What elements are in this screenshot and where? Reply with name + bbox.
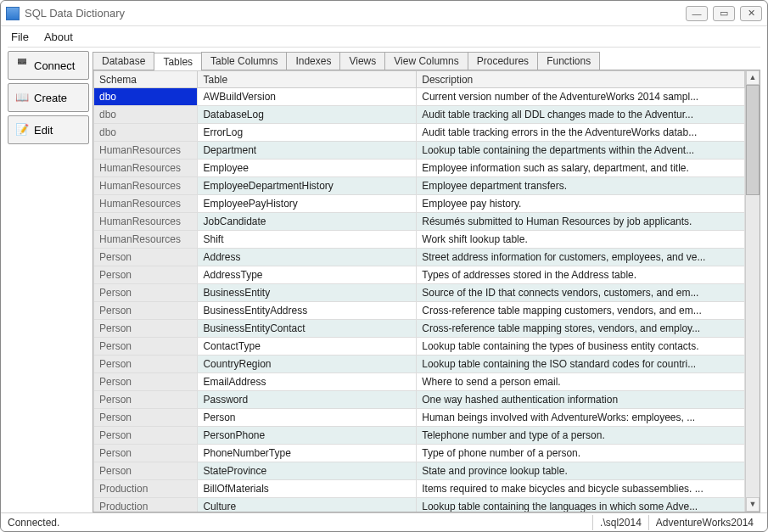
- cell-schema: dbo: [94, 106, 198, 124]
- edit-button[interactable]: Edit: [8, 115, 89, 144]
- scroll-thumb[interactable]: [746, 85, 760, 195]
- vertical-scrollbar[interactable]: ▲ ▼: [745, 70, 760, 512]
- cell-schema: HumanResources: [94, 195, 198, 213]
- tab-views[interactable]: Views: [339, 52, 385, 70]
- table-row[interactable]: PersonAddressStreet address information …: [94, 249, 745, 266]
- table-row[interactable]: dboAWBuildVersionCurrent version number …: [94, 88, 745, 106]
- cell-table: BusinessEntityContact: [198, 320, 417, 338]
- header-description[interactable]: Description: [417, 71, 745, 88]
- sidebar: Connect Create Edit: [8, 51, 92, 512]
- cell-schema: Person: [94, 409, 198, 427]
- database-icon: [15, 59, 29, 72]
- cell-schema: Person: [94, 391, 198, 409]
- tab-view-columns[interactable]: View Columns: [384, 52, 468, 70]
- scroll-down-arrow[interactable]: ▼: [746, 497, 760, 512]
- table-row[interactable]: PersonPasswordOne way hashed authenticat…: [94, 391, 745, 409]
- menu-file[interactable]: File: [11, 31, 29, 43]
- table-row[interactable]: HumanResourcesJobCandidateRésumés submit…: [94, 213, 745, 231]
- scroll-track[interactable]: [746, 85, 760, 497]
- tab-procedures[interactable]: Procedures: [468, 52, 538, 70]
- menu-about[interactable]: About: [44, 31, 73, 43]
- cell-description: Audit table tracking all DDL changes mad…: [417, 106, 745, 124]
- cell-table: BillOfMaterials: [198, 480, 417, 498]
- app-icon: [6, 7, 20, 20]
- table-row[interactable]: PersonCountryRegionLookup table containi…: [94, 356, 745, 373]
- header-table[interactable]: Table: [198, 71, 417, 88]
- table-row[interactable]: ProductionCultureLookup table containing…: [94, 498, 745, 512]
- cell-schema: Person: [94, 266, 198, 284]
- table-row[interactable]: PersonBusinessEntitySource of the ID tha…: [94, 284, 745, 302]
- cell-description: Items required to make bicycles and bicy…: [417, 480, 745, 498]
- cell-schema: Production: [94, 498, 198, 512]
- cell-table: DatabaseLog: [198, 106, 417, 124]
- table-row[interactable]: HumanResourcesEmployeeDepartmentHistoryE…: [94, 177, 745, 195]
- maximize-button[interactable]: ▭: [713, 6, 735, 21]
- tabs: DatabaseTablesTable ColumnsIndexesViewsV…: [92, 51, 760, 70]
- cell-schema: HumanResources: [94, 142, 198, 160]
- table-row[interactable]: HumanResourcesDepartmentLookup table con…: [94, 142, 745, 160]
- edit-icon: [15, 123, 29, 137]
- grid-scroll[interactable]: Schema Table Description dboAWBuildVersi…: [93, 70, 745, 512]
- cell-table: EmployeePayHistory: [198, 195, 417, 213]
- tab-table-columns[interactable]: Table Columns: [201, 52, 287, 70]
- header-schema[interactable]: Schema: [94, 71, 198, 88]
- connect-button[interactable]: Connect: [8, 51, 89, 80]
- cell-table: Employee: [198, 160, 417, 177]
- status-database: AdventureWorks2014: [648, 515, 760, 530]
- main-panel: DatabaseTablesTable ColumnsIndexesViewsV…: [92, 51, 760, 512]
- cell-description: Audit table tracking errors in the the A…: [417, 124, 745, 142]
- create-label: Create: [34, 92, 67, 104]
- cell-schema: HumanResources: [94, 231, 198, 249]
- table-row[interactable]: PersonAddressTypeTypes of addresses stor…: [94, 266, 745, 284]
- tab-indexes[interactable]: Indexes: [286, 52, 340, 70]
- create-button[interactable]: Create: [8, 83, 89, 112]
- table-row[interactable]: HumanResourcesShiftWork shift lookup tab…: [94, 231, 745, 249]
- table-row[interactable]: PersonPersonHuman beings involved with A…: [94, 409, 745, 427]
- table-row[interactable]: PersonEmailAddressWhere to send a person…: [94, 373, 745, 391]
- cell-description: Type of phone number of a person.: [417, 445, 745, 462]
- table-row[interactable]: PersonBusinessEntityAddressCross-referen…: [94, 302, 745, 320]
- cell-description: Where to send a person email.: [417, 373, 745, 391]
- tab-database[interactable]: Database: [92, 52, 154, 70]
- table-row[interactable]: HumanResourcesEmployeePayHistoryEmployee…: [94, 195, 745, 213]
- table-row[interactable]: PersonBusinessEntityContactCross-referen…: [94, 320, 745, 338]
- cell-description: Street address information for customers…: [417, 249, 745, 266]
- cell-description: Employee pay history.: [417, 195, 745, 213]
- cell-description: Lookup table containing the departments …: [417, 142, 745, 160]
- scroll-up-arrow[interactable]: ▲: [746, 70, 760, 85]
- table-row[interactable]: PersonStateProvinceState and province lo…: [94, 462, 745, 480]
- cell-schema: Production: [94, 480, 198, 498]
- cell-description: State and province lookup table.: [417, 462, 745, 480]
- minimize-button[interactable]: —: [686, 6, 708, 21]
- cell-schema: Person: [94, 373, 198, 391]
- table-row[interactable]: PersonPersonPhoneTelephone number and ty…: [94, 427, 745, 445]
- cell-description: Employee department transfers.: [417, 177, 745, 195]
- cell-table: Shift: [198, 231, 417, 249]
- table-row[interactable]: ProductionBillOfMaterialsItems required …: [94, 480, 745, 498]
- table-row[interactable]: HumanResourcesEmployeeEmployee informati…: [94, 160, 745, 177]
- cell-table: BusinessEntity: [198, 284, 417, 302]
- cell-table: PhoneNumberType: [198, 445, 417, 462]
- tab-tables[interactable]: Tables: [154, 53, 202, 70]
- cell-description: Employee information such as salary, dep…: [417, 160, 745, 177]
- cell-table: Culture: [198, 498, 417, 512]
- table-row[interactable]: dboErrorLogAudit table tracking errors i…: [94, 124, 745, 142]
- cell-description: Telephone number and type of a person.: [417, 427, 745, 445]
- table-row[interactable]: PersonPhoneNumberTypeType of phone numbe…: [94, 445, 745, 462]
- table-row[interactable]: dboDatabaseLogAudit table tracking all D…: [94, 106, 745, 124]
- cell-description: Lookup table containing the languages in…: [417, 498, 745, 512]
- statusbar: Connected. .\sql2014 AdventureWorks2014: [1, 512, 767, 531]
- menubar: File About: [1, 26, 767, 47]
- close-button[interactable]: ✕: [740, 6, 762, 21]
- cell-schema: Person: [94, 338, 198, 356]
- cell-description: Human beings involved with AdventureWork…: [417, 409, 745, 427]
- cell-schema: HumanResources: [94, 213, 198, 231]
- table-row[interactable]: PersonContactTypeLookup table containing…: [94, 338, 745, 356]
- tab-functions[interactable]: Functions: [537, 52, 600, 70]
- cell-description: Lookup table containing the ISO standard…: [417, 356, 745, 373]
- cell-description: Types of addresses stored in the Address…: [417, 266, 745, 284]
- cell-schema: Person: [94, 427, 198, 445]
- edit-label: Edit: [34, 124, 53, 137]
- cell-schema: HumanResources: [94, 160, 198, 177]
- cell-table: PersonPhone: [198, 427, 417, 445]
